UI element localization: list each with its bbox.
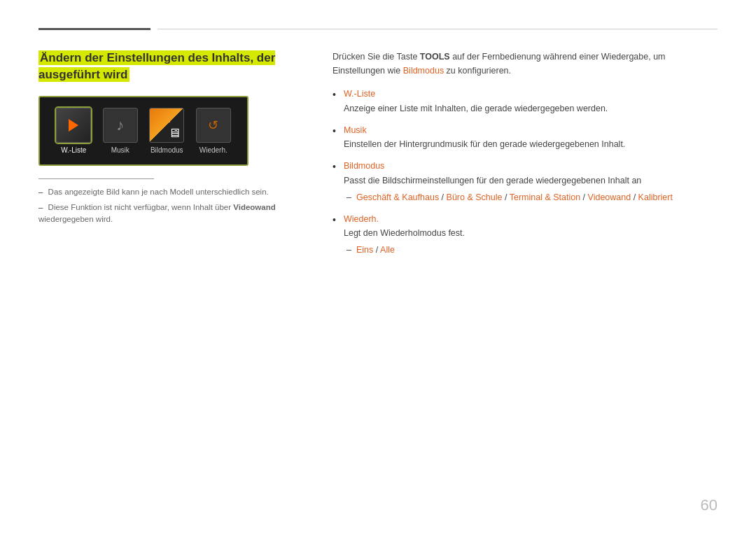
title-wrapper: Ändern der Einstellungen des Inhalts, de… [38,50,304,83]
media-icon-wliste [56,108,91,143]
bildmodus-link-intro: Bildmodus [403,66,444,76]
alle-link: Alle [380,245,395,255]
intro-text: Drücken Sie die Taste TOOLS auf der Fern… [332,50,718,78]
play-triangle-icon [69,119,78,132]
sep3: / [580,192,587,202]
media-label-wiederh: Wiederh. [200,146,227,154]
bullet-bildmodus: Bildmodus Passt die Bildschirmeinstellun… [332,160,718,204]
music-note-icon: ♪ [116,116,124,134]
bullet-desc-bildmodus: Passt die Bildschirmeinstellungen für de… [344,174,718,188]
eins-link: Eins [356,245,373,255]
right-column: Drücken Sie die Taste TOOLS auf der Fern… [332,50,718,265]
sep5: / [373,245,380,255]
title-line2: ausgeführt wird [38,68,128,81]
intro-suffix: zu konfigurieren. [444,66,511,76]
top-border-light [158,29,718,29]
tools-bold: TOOLS [420,52,450,62]
media-label-musik: Musik [111,146,130,154]
videowand-link: Videowand [588,192,631,202]
media-label-bildmodus: Bildmodus [150,146,183,154]
page-container: Ändern der Einstellungen des Inhalts, de… [0,0,756,534]
bullet-wliste: W.-Liste Anzeige einer Liste mit Inhalte… [332,87,718,115]
media-icon-musik: ♪ [103,108,138,143]
top-border-dark [38,28,150,30]
sep4: / [631,192,638,202]
left-column: Ändern der Einstellungen des Inhalts, de… [38,50,304,265]
media-item-musik: ♪ Musik [103,108,138,154]
terminal-link: Terminal & Station [510,192,580,202]
content-layout: Ändern der Einstellungen des Inhalts, de… [38,50,718,265]
geschaeft-link: Geschäft & Kaufhaus [356,192,439,202]
media-icon-bildmodus: 🖥 [149,108,184,143]
bullet-musik: Musik Einstellen der Hintergrundmusik fü… [332,124,718,152]
separator-line [38,178,154,179]
bullet-title-musik: Musik [344,124,718,137]
media-item-bildmodus: 🖥 Bildmodus [149,108,184,154]
sub-bullet-bildmodus: Geschäft & Kaufhaus / Büro & Schule / Te… [344,190,718,204]
media-item-wliste: W.-Liste [56,108,91,154]
title-line1: Ändern der Einstellungen des Inhalts, de… [40,51,275,64]
kalibriert-link: Kalibriert [638,192,673,202]
sep1: / [439,192,446,202]
media-item-wiederh: ↺ Wiederh. [196,108,231,154]
videowand-bold: Videowand [233,203,276,211]
sub-bullet-wiederh-item: Eins / Alle [344,243,718,257]
bullet-title-wiederh: Wiederh. [344,213,718,226]
bullet-wiederh: Wiederh. Legt den Wiederholmodus fest. E… [332,213,718,258]
page-title: Ändern der Einstellungen des Inhalts, de… [38,50,275,82]
bullet-list: W.-Liste Anzeige einer Liste mit Inhalte… [332,87,718,257]
media-icon-wiederh: ↺ [196,108,231,143]
repeat-icon: ↺ [208,118,218,133]
media-label-wliste: W.-Liste [61,146,86,154]
media-player-box: W.-Liste ♪ Musik 🖥 Bildmodus [38,96,248,166]
page-number: 60 [701,496,718,514]
intro-prefix: Drücken Sie die Taste [332,52,420,62]
bullet-title-wliste: W.-Liste [344,87,718,101]
top-border [38,28,718,30]
sep2: / [502,192,509,202]
note-2-text: Diese Funktion ist nicht verfügbar, wenn… [38,203,276,223]
sub-bullet-bildmodus-item: Geschäft & Kaufhaus / Büro & Schule / Te… [344,190,718,204]
note-1-text: Das angezeigte Bild kann je nach Modell … [48,188,269,196]
note-2: – Diese Funktion ist nicht verfügbar, we… [38,202,304,226]
sub-bullet-wiederh: Eins / Alle [344,243,718,257]
bullet-title-bildmodus: Bildmodus [344,160,718,173]
note-1: – Das angezeigte Bild kann je nach Model… [38,186,304,198]
buero-link: Büro & Schule [447,192,503,202]
bullet-desc-musik: Einstellen der Hintergrundmusik für den … [344,138,718,151]
bullet-desc-wiederh: Legt den Wiederholmodus fest. [344,227,718,240]
bullet-desc-wliste: Anzeige einer Liste mit Inhalten, die ge… [344,102,718,115]
